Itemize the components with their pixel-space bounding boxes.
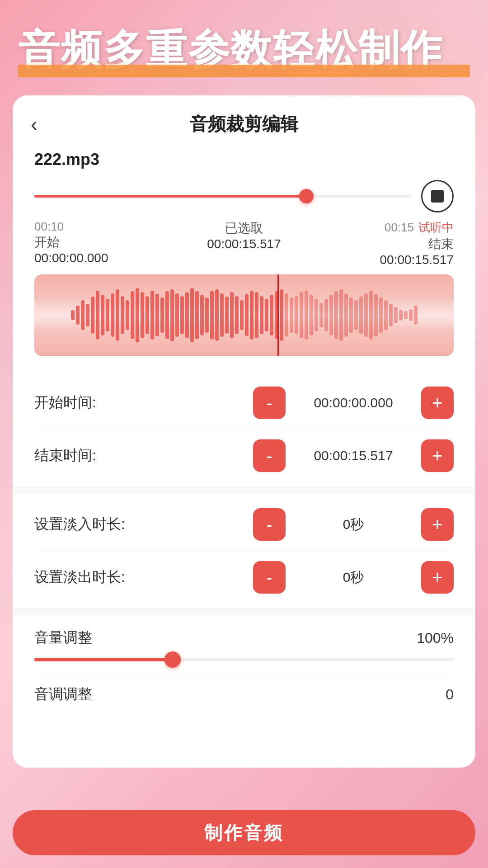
wave-bar [230, 292, 234, 338]
fade-out-minus[interactable]: - [253, 561, 286, 594]
volume-slider[interactable] [34, 657, 454, 662]
wave-bar [290, 297, 293, 333]
wave-bar [175, 293, 179, 337]
wave-bar [324, 299, 328, 331]
header-section: 音频多重参数轻松制作 [0, 0, 488, 82]
fade-in-plus[interactable]: + [421, 508, 454, 541]
divider-2 [13, 608, 475, 615]
wave-bar [384, 300, 388, 330]
wave-bar [389, 304, 393, 326]
volume-thumb[interactable] [164, 651, 181, 668]
bottom-bar: 制作音频 [0, 810, 488, 868]
end-time-control: - 00:00:15.517 + [253, 439, 454, 472]
wave-bar [145, 296, 149, 334]
fade-controls-section: 设置淡入时长: - 0秒 + 设置淡出时长: - 0秒 + [13, 494, 475, 608]
wave-bar [265, 299, 268, 331]
wave-bar [106, 299, 109, 331]
wave-bar [270, 295, 273, 335]
nav-title: 音频裁剪编辑 [190, 112, 298, 137]
fade-out-value: 0秒 [295, 568, 412, 587]
start-value: 00:00:00.000 [34, 251, 108, 265]
wave-bar [404, 311, 408, 319]
wave-bar [225, 297, 229, 334]
wave-bar [160, 297, 164, 333]
waveform-canvas[interactable] [34, 283, 454, 347]
fade-in-value: 0秒 [295, 515, 412, 534]
file-section: 222.mp3 00:10 开始 00:00:00.000 已选取 00: [13, 146, 475, 372]
wave-bar [121, 296, 124, 334]
wave-bar [155, 294, 159, 336]
wave-bar [280, 289, 283, 341]
slider-fill [34, 195, 306, 198]
wave-bar [101, 295, 104, 335]
wave-bar [329, 295, 333, 335]
end-time-label: 结束时间: [34, 446, 96, 466]
wave-bar [394, 307, 398, 323]
start-label: 开始 [34, 234, 60, 251]
end-time-plus[interactable]: + [421, 439, 454, 472]
wave-bar [359, 296, 363, 334]
wave-bar [141, 292, 144, 338]
divider-1 [13, 486, 475, 494]
end-time-minus[interactable]: - [253, 439, 286, 472]
wave-bar [295, 296, 298, 334]
fade-out-control: - 0秒 + [253, 561, 454, 594]
wave-bar [126, 300, 129, 330]
wave-bar [205, 297, 209, 333]
wave-bar [339, 289, 343, 341]
wave-bar [319, 303, 323, 327]
title-underline [18, 65, 470, 77]
slider-thumb[interactable] [299, 189, 314, 203]
wave-bar [374, 294, 378, 336]
fade-out-label: 设置淡出时长: [34, 567, 125, 587]
wave-bar [245, 294, 249, 336]
volume-label: 音量调整 [34, 628, 92, 648]
wave-bar [116, 289, 119, 341]
stop-button[interactable] [421, 180, 454, 212]
wave-bar [235, 296, 239, 334]
end-value: 00:00:15.517 [380, 253, 454, 267]
wave-bar [220, 293, 224, 337]
wave-bar [190, 288, 194, 342]
wave-bar [136, 288, 139, 342]
wave-bar [210, 291, 214, 340]
wave-bar [240, 300, 244, 330]
fade-out-row: 设置淡出时长: - 0秒 + [34, 551, 454, 604]
pitch-label: 音调调整 [34, 684, 92, 704]
wave-bar [334, 291, 338, 339]
wave-bar [285, 293, 288, 337]
end-label: 结束 [428, 236, 454, 253]
back-button[interactable]: ‹ [31, 113, 38, 136]
end-time-value: 00:00:15.517 [295, 448, 412, 463]
wave-bar [71, 310, 75, 320]
wave-bar [76, 306, 80, 325]
wave-bar [369, 291, 373, 340]
card-nav: ‹ 音频裁剪编辑 [13, 95, 475, 146]
playback-slider[interactable] [34, 193, 412, 199]
wave-bar [185, 292, 189, 338]
fade-out-plus[interactable]: + [421, 561, 454, 594]
wave-bar [255, 292, 258, 338]
wave-bar [96, 291, 99, 340]
wave-bar [170, 289, 174, 341]
end-col: 00:15 试听中 结束 00:00:15.517 [380, 220, 454, 267]
volume-fill [34, 658, 173, 661]
time-controls-section: 开始时间: - 00:00:00.000 + 结束时间: - 00:00:15.… [13, 372, 475, 486]
playback-row [34, 180, 454, 212]
start-time-minus[interactable]: - [253, 387, 286, 419]
start-time-label: 开始时间: [34, 393, 96, 413]
wave-bar [300, 292, 303, 338]
start-time-plus[interactable]: + [421, 387, 454, 419]
wave-bar [310, 295, 313, 335]
wave-bar [379, 297, 383, 333]
pitch-value: 0 [446, 686, 454, 703]
wave-bar [200, 295, 204, 335]
wave-bar [399, 310, 403, 321]
wave-bar [180, 296, 184, 334]
fade-in-control: - 0秒 + [253, 508, 454, 541]
playhead [277, 274, 279, 356]
make-audio-button[interactable]: 制作音频 [13, 810, 475, 855]
pitch-row: 音调调整 0 [34, 675, 454, 709]
end-time-row: 结束时间: - 00:00:15.517 + [34, 429, 454, 482]
fade-in-minus[interactable]: - [253, 508, 286, 541]
